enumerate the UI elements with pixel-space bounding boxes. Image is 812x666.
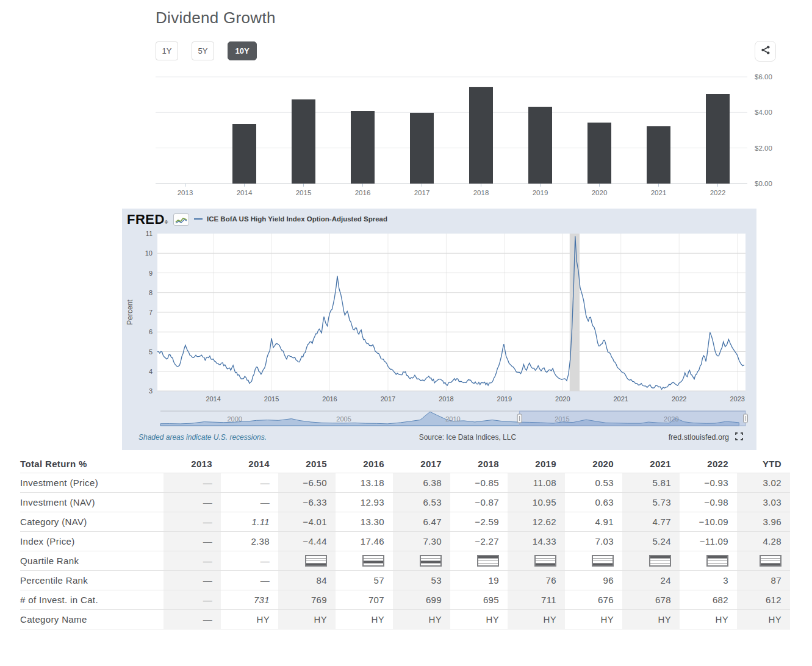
row-label: Investment (Price) xyxy=(20,473,163,493)
table-cell: HY xyxy=(737,610,790,629)
total-return-table: Total Return %20132014201520162017201820… xyxy=(20,454,790,629)
bar-x-tick-label: 2013 xyxy=(178,189,193,196)
fred-y-tick-label: 10 xyxy=(145,249,153,257)
quartile-rank-icon-q4 xyxy=(592,555,614,567)
table-cell: HY xyxy=(393,610,450,629)
column-header-YTD: YTD xyxy=(737,454,790,473)
range-button-1y[interactable]: 1Y xyxy=(156,41,178,60)
table-cell: — xyxy=(163,493,221,512)
quartile-rank-icon-q3 xyxy=(420,555,442,567)
bar-y-tick-label: $6.00 xyxy=(755,73,772,81)
column-header-2020: 2020 xyxy=(565,454,622,473)
table-cell: 12.93 xyxy=(336,493,393,512)
row-label: Category (NAV) xyxy=(20,512,163,532)
table-cell: 1.11 xyxy=(221,512,278,532)
minimap-selection[interactable] xyxy=(520,411,746,426)
row-label: Index (Price) xyxy=(20,532,163,551)
table-cell: −4.01 xyxy=(278,512,336,532)
table-cell: 12.62 xyxy=(508,512,565,532)
table-cell: 3 xyxy=(680,571,737,590)
row-label: Category Name xyxy=(20,610,163,629)
table-cell: 5.24 xyxy=(622,532,680,551)
fred-x-tick-label: 2018 xyxy=(439,395,453,403)
bar-x-tick-label: 2016 xyxy=(355,189,371,196)
table-cell: 3.03 xyxy=(737,493,790,512)
row-label: # of Invest. in Cat. xyxy=(20,590,163,610)
fund-overview-page: Dividend Growth 1Y 5Y 10Y $0.00$2.00$4.0… xyxy=(0,0,812,666)
table-cell: 6.53 xyxy=(393,493,450,512)
table-cell: HY xyxy=(680,610,737,629)
table-cell: 19 xyxy=(450,571,508,590)
fred-footer: Shaded areas indicate U.S. recessions. S… xyxy=(122,431,756,444)
range-button-5y[interactable]: 5Y xyxy=(192,41,214,60)
table-cell: 84 xyxy=(278,571,336,590)
table-cell: −2.27 xyxy=(450,532,508,551)
table-row: Category (NAV)—1.11−4.0113.306.47−2.5912… xyxy=(20,512,790,532)
table-cell: HY xyxy=(278,610,336,629)
dividend-bar-2021 xyxy=(647,126,670,184)
dividend-bar-2016 xyxy=(351,111,375,184)
dividend-bar-2022 xyxy=(706,94,730,184)
dividend-bar-2019 xyxy=(528,107,552,184)
bar-x-tick-label: 2015 xyxy=(296,189,312,196)
table-cell: 2.38 xyxy=(221,532,278,551)
table-cell: 4.77 xyxy=(622,512,680,532)
table-cell: 24 xyxy=(622,571,680,590)
bar-y-tick-label: $2.00 xyxy=(755,145,772,152)
source-text: Source: Ice Data Indices, LLC xyxy=(419,433,516,442)
table-cell: −2.59 xyxy=(450,512,508,532)
table-cell: 4.91 xyxy=(565,512,622,532)
column-header-2019: 2019 xyxy=(508,454,565,473)
column-header-2014: 2014 xyxy=(221,454,278,473)
table-cell: — xyxy=(221,571,278,590)
range-button-10y[interactable]: 10Y xyxy=(228,41,257,60)
share-button[interactable] xyxy=(755,41,776,62)
minimap-year-label: 2005 xyxy=(336,415,351,423)
fred-x-tick-label: 2019 xyxy=(497,395,512,403)
bar-y-tick-label: $4.00 xyxy=(755,109,772,116)
fred-embed: FRED® ICE BofA US High Yield Index Optio… xyxy=(122,209,756,450)
table-row: Investment (NAV)——−6.3312.936.53−0.8710.… xyxy=(20,493,790,512)
fred-y-tick-label: 8 xyxy=(149,289,153,296)
table-cell: 11.08 xyxy=(508,473,565,493)
table-row: Category Name—HYHYHYHYHYHYHYHYHYHY xyxy=(20,610,790,629)
fred-x-tick-label: 2023 xyxy=(730,395,744,403)
fred-y-tick-label: 6 xyxy=(149,328,153,335)
table-cell xyxy=(565,551,622,571)
table-cell: 3.96 xyxy=(737,512,790,532)
fred-link[interactable]: fred.stlouisfed.org xyxy=(669,432,743,442)
table-cell: HY xyxy=(221,610,278,629)
table-cell: 96 xyxy=(565,571,622,590)
fred-x-tick-label: 2014 xyxy=(206,395,220,403)
table-cell: 10.95 xyxy=(508,493,565,512)
fred-x-tick-label: 2017 xyxy=(381,395,395,403)
fred-x-tick-label: 2016 xyxy=(322,395,337,403)
fullscreen-icon[interactable] xyxy=(735,432,743,442)
quartile-rank-icon-q4 xyxy=(305,555,327,567)
bar-x-tick-label: 2017 xyxy=(414,189,430,196)
table-cell: 695 xyxy=(450,590,508,610)
fred-y-tick-label: 3 xyxy=(149,387,153,395)
fred-x-tick-label: 2021 xyxy=(614,395,628,403)
dividend-bar-2018 xyxy=(469,87,493,184)
column-header-2017: 2017 xyxy=(393,454,450,473)
column-header-2015: 2015 xyxy=(278,454,336,473)
table-row: Percentile Rank——84575319769624387 xyxy=(20,571,790,590)
column-header-2013: 2013 xyxy=(163,454,221,473)
column-header-2021: 2021 xyxy=(622,454,680,473)
table-cell xyxy=(336,551,393,571)
table-cell xyxy=(622,551,680,571)
table-cell: HY xyxy=(622,610,680,629)
table-cell: −4.44 xyxy=(278,532,336,551)
table-cell: 7.03 xyxy=(565,532,622,551)
dividend-bar-2017 xyxy=(410,113,434,184)
table-cell: 678 xyxy=(622,590,680,610)
row-label: Investment (NAV) xyxy=(20,493,163,512)
table-cell: HY xyxy=(336,610,393,629)
table-cell xyxy=(278,551,336,571)
table-cell: 17.46 xyxy=(336,532,393,551)
quartile-rank-icon-q1 xyxy=(706,555,728,567)
table-cell: — xyxy=(163,532,221,551)
table-cell: 682 xyxy=(680,590,737,610)
table-cell: −10.09 xyxy=(680,512,737,532)
